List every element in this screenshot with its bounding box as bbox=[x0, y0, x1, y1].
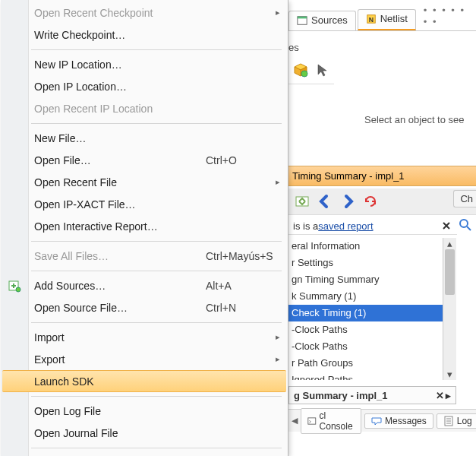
menu-print[interactable]: Print… Ctrl+P bbox=[1, 451, 288, 456]
expand-all-icon[interactable] bbox=[295, 194, 310, 209]
shortcut-label: Ctrl+Mayús+S bbox=[206, 250, 273, 262]
sources-icon bbox=[297, 15, 307, 26]
menu-new-ip-location[interactable]: New IP Location… bbox=[1, 53, 288, 75]
bottom-tab-console[interactable]: cl Console bbox=[301, 408, 361, 434]
menu-open-ipxact[interactable]: Open IP-XACT File… bbox=[1, 193, 288, 215]
tree-item-ignored-paths[interactable]: Ignored Paths bbox=[288, 372, 443, 380]
menu-open-interactive-report[interactable]: Open Interactive Report… bbox=[1, 215, 288, 237]
tabs-overflow[interactable]: • • • • • • • bbox=[418, 2, 472, 30]
menu-separator bbox=[1, 267, 288, 274]
object-toolbar bbox=[288, 59, 334, 84]
chevron-right-icon: ▸ bbox=[276, 8, 280, 17]
timing-summary-title: Timing Summary - impl_1 bbox=[292, 170, 405, 182]
tree-item-general-info[interactable]: eral Information bbox=[288, 238, 443, 255]
svg-rect-11 bbox=[308, 417, 316, 423]
menu-write-checkpoint[interactable]: Write Checkpoint… bbox=[1, 24, 288, 46]
menu-save-all: Save All Files… Ctrl+Mayús+S bbox=[1, 245, 288, 267]
menu-separator bbox=[1, 46, 288, 53]
tree-item-design-timing[interactable]: gn Timing Summary bbox=[288, 271, 443, 288]
tab-sources-label: Sources bbox=[311, 14, 348, 26]
svg-point-17 bbox=[16, 287, 20, 292]
file-menu: Open Recent Checkpoint ▸ Write Checkpoin… bbox=[1, 0, 288, 456]
menu-open-recent-checkpoint: Open Recent Checkpoint ▸ bbox=[1, 2, 288, 24]
menu-separator bbox=[1, 237, 288, 245]
fragment-es: es bbox=[288, 42, 299, 53]
close-result-tab-icon[interactable]: ✕ bbox=[436, 390, 444, 401]
bottom-result-tab-label: g Summary - impl_1 bbox=[294, 390, 388, 401]
bottom-tab-messages[interactable]: Messages bbox=[364, 413, 433, 429]
menu-open-log[interactable]: Open Log File bbox=[1, 400, 288, 422]
chevron-left-small-icon[interactable]: ◀ bbox=[292, 416, 298, 426]
add-sources-icon bbox=[8, 279, 21, 293]
timing-tree[interactable]: eral Information r Settings gn Timing Su… bbox=[288, 238, 443, 380]
menu-add-sources[interactable]: Add Sources… Alt+A bbox=[1, 274, 288, 296]
select-object-prompt: Select an object to see bbox=[364, 114, 465, 125]
bottom-tabs: ◀ cl Console Messages Log bbox=[288, 409, 476, 432]
tab-netlist-label: Netlist bbox=[380, 13, 408, 24]
menu-open-journal[interactable]: Open Journal File bbox=[1, 422, 288, 444]
timing-toolbar: ◀ bbox=[288, 188, 476, 215]
saved-report-link[interactable]: saved report bbox=[318, 220, 373, 232]
messages-icon bbox=[371, 416, 382, 426]
tree-item-clock-paths1[interactable]: -Clock Paths bbox=[288, 321, 443, 338]
tree-item-check-timing[interactable]: Check Timing (1) bbox=[288, 305, 443, 321]
menu-items: Open Recent Checkpoint ▸ Write Checkpoin… bbox=[1, 2, 288, 456]
nav-back-icon[interactable] bbox=[317, 194, 333, 209]
chevron-right-icon: ▸ bbox=[276, 177, 280, 187]
triangle-right-icon[interactable]: ▸ bbox=[446, 390, 451, 401]
menu-export[interactable]: Export ▸ bbox=[1, 348, 288, 370]
menu-open-file[interactable]: Open File… Ctrl+O bbox=[1, 149, 288, 171]
menu-new-file[interactable]: New File… bbox=[1, 127, 288, 149]
scrollbar-thumb[interactable] bbox=[445, 249, 455, 295]
menu-separator bbox=[1, 392, 288, 400]
scrollbar-up-icon[interactable]: ▴ bbox=[443, 238, 456, 249]
chevron-right-icon: ▸ bbox=[276, 332, 280, 342]
menu-open-recent-ip-location: Open Recent IP Location bbox=[1, 97, 288, 119]
tab-sources[interactable]: Sources bbox=[288, 11, 356, 30]
tab-netlist[interactable]: N Netlist bbox=[358, 9, 416, 30]
saved-report-banner: is is a saved report bbox=[288, 217, 457, 235]
svg-point-7 bbox=[301, 71, 307, 77]
close-banner-icon[interactable] bbox=[440, 220, 452, 232]
console-icon bbox=[307, 416, 317, 426]
log-icon bbox=[443, 416, 454, 426]
tree-item-clock-paths2[interactable]: -Clock Paths bbox=[288, 338, 443, 355]
editor-tabs-row: Sources N Netlist • • • • • • • bbox=[288, 8, 476, 31]
nav-forward-icon[interactable] bbox=[340, 194, 355, 209]
chevron-right-icon: ▸ bbox=[276, 354, 280, 364]
tree-item-settings[interactable]: r Settings bbox=[288, 255, 443, 271]
timing-summary-title-bar: Timing Summary - impl_1 bbox=[288, 166, 476, 186]
menu-open-recent-file[interactable]: Open Recent File ▸ bbox=[1, 171, 288, 193]
shortcut-label: Alt+A bbox=[206, 280, 232, 292]
tree-item-path-groups[interactable]: r Path Groups bbox=[288, 355, 443, 372]
svg-rect-1 bbox=[298, 16, 307, 18]
bottom-result-tab[interactable]: g Summary - impl_1 ✕ ▸ bbox=[288, 386, 456, 404]
svg-text:N: N bbox=[369, 15, 374, 23]
netlist-icon: N bbox=[366, 14, 377, 24]
tree-scrollbar[interactable]: ▴ ▾ bbox=[443, 238, 456, 380]
refresh-icon[interactable] bbox=[363, 194, 378, 209]
menu-separator bbox=[1, 318, 288, 326]
tree-item-clock-summary[interactable]: k Summary (1) bbox=[288, 288, 443, 305]
menu-open-source-file[interactable]: Open Source File… Ctrl+N bbox=[1, 296, 288, 318]
svg-line-10 bbox=[467, 226, 471, 230]
bottom-tab-log[interactable]: Log bbox=[437, 413, 476, 429]
menu-launch-sdk[interactable]: Launch SDK bbox=[2, 370, 286, 392]
menu-open-ip-location[interactable]: Open IP Location… bbox=[1, 75, 288, 97]
cube-icon[interactable] bbox=[293, 62, 308, 78]
scrollbar-down-icon[interactable]: ▾ bbox=[443, 369, 456, 380]
side-tab-ch[interactable]: Ch bbox=[453, 190, 476, 207]
menu-import[interactable]: Import ▸ bbox=[1, 326, 288, 348]
saved-report-prefix: is is a bbox=[293, 220, 318, 232]
shortcut-label: Ctrl+N bbox=[206, 302, 236, 314]
shortcut-label: Ctrl+O bbox=[206, 154, 237, 166]
magnifier-icon[interactable] bbox=[458, 217, 473, 233]
svg-point-9 bbox=[460, 220, 468, 227]
menu-separator bbox=[1, 444, 288, 451]
menu-separator bbox=[1, 119, 288, 127]
pointer-icon[interactable] bbox=[316, 63, 329, 77]
